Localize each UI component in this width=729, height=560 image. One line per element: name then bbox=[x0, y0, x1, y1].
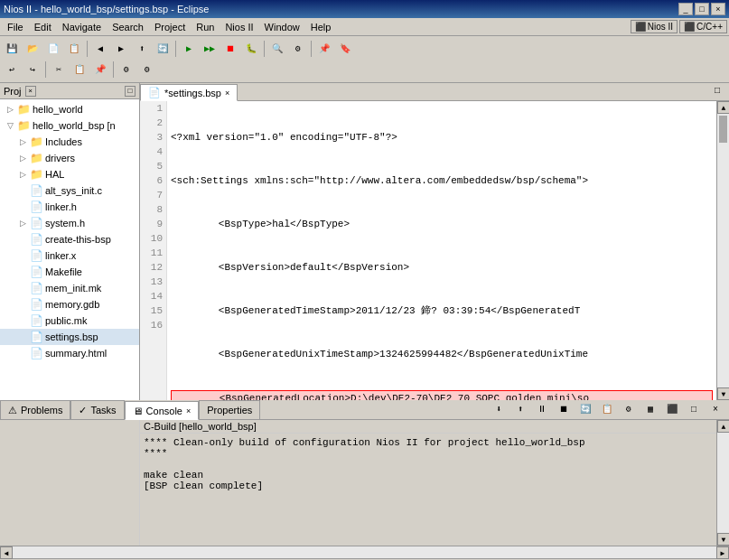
menu-run[interactable]: Run bbox=[191, 21, 220, 33]
tree-item-hal[interactable]: ▷ 📁 HAL bbox=[0, 166, 139, 182]
tree-item-linker-h[interactable]: 📄 linker.h bbox=[0, 199, 139, 215]
console-up-button[interactable]: ⬆ bbox=[510, 399, 530, 419]
search-button[interactable]: 🔍 bbox=[267, 39, 287, 59]
project-tree[interactable]: ▷ 📁 hello_world ▽ 📁 hello_world_bsp [n ▷… bbox=[0, 99, 139, 400]
bottom-hscroll-track[interactable] bbox=[13, 546, 716, 558]
menu-navigate[interactable]: Navigate bbox=[57, 21, 107, 33]
panel-maximize-button[interactable]: □ bbox=[125, 86, 136, 97]
console-action7[interactable]: ⬛ bbox=[662, 399, 682, 419]
console-scroll-track[interactable] bbox=[717, 433, 729, 533]
tree-item-includes[interactable]: ▷ 📁 Includes bbox=[0, 134, 139, 150]
menu-window[interactable]: Window bbox=[259, 21, 305, 33]
tree-item-hello-world-bsp[interactable]: ▽ 📁 hello_world_bsp [n bbox=[0, 117, 139, 134]
search2-button[interactable]: ⚙ bbox=[288, 39, 308, 59]
console-action1[interactable]: ⏸ bbox=[532, 399, 552, 419]
minimize-button[interactable]: _ bbox=[678, 3, 693, 15]
new-file-button[interactable]: 📄 bbox=[43, 39, 63, 59]
tree-item-alt-sys-init[interactable]: 📄 alt_sys_init.c bbox=[0, 182, 139, 199]
tree-item-linker-x[interactable]: 📄 linker.x bbox=[0, 247, 139, 264]
debug-button[interactable]: 🐛 bbox=[241, 39, 261, 59]
forward-button[interactable]: ▶ bbox=[111, 39, 131, 59]
maximize-button[interactable]: □ bbox=[695, 3, 709, 15]
tasks-tab[interactable]: ✓ Tasks bbox=[70, 400, 124, 419]
console-scroll-down[interactable]: ▼ bbox=[717, 533, 729, 546]
menu-edit[interactable]: Edit bbox=[29, 21, 57, 33]
console-action5[interactable]: ⚙ bbox=[619, 399, 639, 419]
console-action4[interactable]: 📋 bbox=[597, 399, 617, 419]
scroll-thumb[interactable] bbox=[719, 116, 727, 143]
run-button[interactable]: ▶ bbox=[179, 39, 199, 59]
editor-vscrollbar[interactable]: ▲ ▼ bbox=[716, 101, 729, 400]
hal-expand[interactable]: ▷ bbox=[16, 168, 29, 181]
cut-button[interactable]: ✂ bbox=[49, 60, 69, 79]
scroll-down-button[interactable]: ▼ bbox=[717, 387, 729, 400]
menu-project[interactable]: Project bbox=[149, 21, 191, 33]
tree-item-drivers[interactable]: ▷ 📁 drivers bbox=[0, 150, 139, 166]
console-tab[interactable]: 🖥 Console × bbox=[125, 401, 200, 420]
expand-icon[interactable]: ▷ bbox=[4, 103, 16, 116]
menu-niosii[interactable]: Nios II bbox=[220, 21, 258, 33]
cpp-perspective-button[interactable]: ⬛ C/C++ bbox=[679, 20, 727, 33]
tree-item-public-mk[interactable]: 📄 public.mk bbox=[0, 313, 139, 329]
menu-help[interactable]: Help bbox=[305, 21, 337, 33]
save-button[interactable]: 💾 bbox=[2, 39, 22, 59]
tree-item-summary-html[interactable]: 📄 summary.html bbox=[0, 345, 139, 361]
niosii-perspective-button[interactable]: ⬛ Nios II bbox=[631, 20, 678, 33]
extra2-button[interactable]: ⚙ bbox=[137, 60, 157, 79]
code-content[interactable]: <?xml version="1.0" encoding="UTF-8"?> <… bbox=[167, 101, 716, 400]
open-button[interactable]: 📂 bbox=[23, 39, 42, 59]
drivers-expand[interactable]: ▷ bbox=[16, 152, 29, 164]
includes-expand[interactable]: ▷ bbox=[16, 135, 29, 148]
tree-item-system-h[interactable]: ▷ 📄 system.h bbox=[0, 215, 139, 231]
window-controls[interactable]: _ □ × bbox=[678, 3, 725, 15]
new-button-2[interactable]: 📋 bbox=[64, 39, 84, 59]
run2-button[interactable]: ▶▶ bbox=[200, 39, 220, 59]
problems-icon: ⚠ bbox=[8, 405, 17, 416]
toolbar-separator-1 bbox=[87, 41, 88, 57]
tab-close-button[interactable]: × bbox=[225, 89, 229, 98]
toolbar-separator-3 bbox=[264, 41, 265, 57]
tree-item-create-bsp[interactable]: 📄 create-this-bsp bbox=[0, 231, 139, 247]
tree-item-mem-init[interactable]: 📄 mem_init.mk bbox=[0, 280, 139, 296]
bookmark-button[interactable]: 🔖 bbox=[335, 39, 355, 59]
stop-button[interactable]: ⏹ bbox=[220, 39, 240, 59]
console-maximize[interactable]: □ bbox=[684, 399, 704, 419]
console-tab-close[interactable]: × bbox=[186, 406, 191, 415]
expand-icon-bsp[interactable]: ▽ bbox=[4, 119, 16, 132]
editor-area[interactable]: 12345 678910 111213141516 <?xml version=… bbox=[140, 101, 729, 400]
bottom-hscrollbar[interactable]: ◀ ▶ bbox=[0, 546, 729, 558]
system-h-expand[interactable]: ▷ bbox=[16, 217, 29, 229]
menu-file[interactable]: File bbox=[2, 21, 29, 33]
refresh-button[interactable]: 🔄 bbox=[153, 39, 173, 59]
nav-button[interactable]: ⬆ bbox=[132, 39, 152, 59]
pin-button[interactable]: 📌 bbox=[314, 39, 334, 59]
console-action2[interactable]: ⏹ bbox=[554, 399, 574, 419]
bottom-hscroll-left[interactable]: ◀ bbox=[0, 546, 13, 559]
copy-button[interactable]: 📋 bbox=[70, 60, 89, 79]
tree-item-memory-gdb[interactable]: 📄 memory.gdb bbox=[0, 296, 139, 313]
tree-item-hello-world[interactable]: ▷ 📁 hello_world bbox=[0, 101, 139, 117]
paste-button[interactable]: 📌 bbox=[90, 60, 110, 79]
undo-button[interactable]: ↩ bbox=[2, 60, 22, 79]
editor-maximize-button[interactable]: □ bbox=[707, 83, 727, 100]
problems-tab[interactable]: ⚠ Problems bbox=[0, 400, 70, 419]
console-action6[interactable]: ▦ bbox=[640, 399, 660, 419]
tree-item-settings-bsp[interactable]: 📄 settings.bsp bbox=[0, 329, 139, 345]
scroll-track[interactable] bbox=[717, 114, 729, 387]
tree-item-makefile[interactable]: 📄 Makefile bbox=[0, 264, 139, 280]
extra1-button[interactable]: ⚙ bbox=[117, 60, 136, 79]
properties-tab[interactable]: Properties bbox=[199, 400, 260, 419]
back-button[interactable]: ◀ bbox=[90, 39, 110, 59]
bottom-hscroll-right[interactable]: ▶ bbox=[716, 546, 729, 559]
menu-search[interactable]: Search bbox=[107, 21, 149, 33]
scroll-up-button[interactable]: ▲ bbox=[717, 101, 729, 114]
console-vscrollbar[interactable]: ▲ ▼ bbox=[716, 420, 729, 546]
redo-button[interactable]: ↪ bbox=[23, 60, 42, 79]
console-scroll-up[interactable]: ▲ bbox=[717, 420, 729, 433]
close-button[interactable]: × bbox=[711, 3, 725, 15]
console-action3[interactable]: 🔄 bbox=[575, 399, 595, 419]
console-down-button[interactable]: ⬇ bbox=[489, 399, 509, 419]
panel-close-button[interactable]: × bbox=[25, 86, 36, 97]
console-close[interactable]: × bbox=[706, 399, 725, 419]
settings-bsp-tab[interactable]: 📄 *settings.bsp × bbox=[140, 84, 238, 101]
